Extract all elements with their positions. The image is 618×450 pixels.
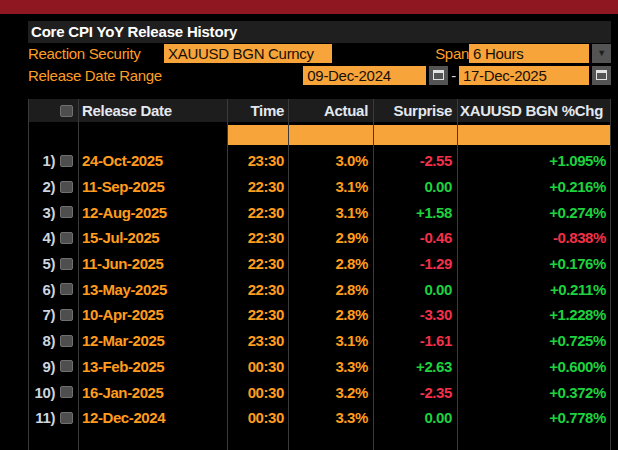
time-cell: 22:30 [228,199,289,225]
row-checkbox[interactable] [60,386,73,398]
row-select-cell: 5) [29,251,79,277]
reaction-change-cell: +0.725% [458,328,611,354]
reaction-change-cell: +0.211% [458,276,611,302]
release-date-cell[interactable]: 13-May-2025 [79,276,228,302]
row-checkbox[interactable] [60,181,73,193]
filter-cell-empty [79,122,228,148]
filter-time-input[interactable] [228,122,289,148]
filter-reaction-input[interactable] [458,122,611,148]
actual-cell: 3.3% [289,405,374,431]
table-row[interactable]: 11) 12-Dec-2024 00:30 3.3% 0.00 +0.778% [28,405,611,431]
time-cell: 00:30 [228,405,289,431]
select-all-cell [29,99,79,122]
release-date-cell[interactable]: 10-Apr-2025 [79,302,228,328]
header-reaction-change[interactable]: XAUUSD BGN %Chg [458,99,611,122]
surprise-cell: -3.30 [374,302,458,328]
row-select-cell: 1) [29,148,79,174]
release-date-cell[interactable]: 13-Feb-2025 [79,354,228,380]
row-checkbox[interactable] [60,360,73,372]
filter-surprise-input[interactable] [374,122,458,148]
row-number: 5) [29,255,55,272]
row-number: 9) [29,358,55,375]
release-date-cell[interactable]: 12-Mar-2025 [79,328,228,354]
page-title: Core CPI YoY Release History [28,21,611,43]
row-checkbox[interactable] [60,283,73,295]
date-from-input[interactable]: 09-Dec-2024 [303,66,426,85]
date-range-row: Release Date Range 09-Dec-2024 - 17-Dec-… [28,64,611,86]
date-to-input[interactable]: 17-Dec-2025 [459,66,589,85]
reaction-change-cell: -0.838% [458,225,611,251]
actual-cell: 3.3% [289,354,374,380]
filter-actual-input[interactable] [289,122,374,148]
date-to-calendar-button[interactable] [592,66,611,85]
row-select-cell: 3) [29,199,79,225]
reaction-security-label: Reaction Security [28,45,164,62]
table-row[interactable]: 2) 11-Sep-2025 22:30 3.1% 0.00 +0.216% [28,174,611,200]
panel: Core CPI YoY Release History Reaction Se… [28,21,611,450]
span-select[interactable]: 6 Hours [469,44,589,63]
release-date-cell[interactable]: 12-Aug-2025 [79,199,228,225]
row-checkbox[interactable] [60,412,73,424]
surprise-cell: -2.35 [374,379,458,405]
release-date-cell[interactable]: 24-Oct-2025 [79,148,228,174]
header-surprise[interactable]: Surprise [374,99,458,122]
time-cell: 23:30 [228,148,289,174]
row-checkbox[interactable] [60,232,73,244]
release-date-cell[interactable]: 12-Dec-2024 [79,405,228,431]
release-date-cell[interactable]: 15-Jul-2025 [79,225,228,251]
row-checkbox[interactable] [60,206,73,218]
table-row[interactable]: 8) 12-Mar-2025 23:30 3.1% -1.61 +0.725% [28,328,611,354]
release-date-cell[interactable]: 11-Jun-2025 [79,251,228,277]
reaction-change-cell: +1.095% [458,148,611,174]
time-cell: 00:30 [228,354,289,380]
terminal-top-bar [0,0,618,14]
table-header-row: Release Date Time Actual Surprise XAUUSD… [28,99,611,122]
table-row[interactable]: 5) 11-Jun-2025 22:30 2.8% -1.29 +0.176% [28,251,611,277]
release-date-cell[interactable]: 11-Sep-2025 [79,174,228,200]
row-select-cell: 10) [29,379,79,405]
reaction-change-cell: +0.216% [458,174,611,200]
row-select-cell: 11) [29,405,79,431]
actual-cell: 3.0% [289,148,374,174]
row-select-cell: 2) [29,174,79,200]
header-time[interactable]: Time [228,99,289,122]
row-checkbox[interactable] [60,335,73,347]
surprise-cell: +2.63 [374,354,458,380]
row-select-cell: 6) [29,276,79,302]
reaction-security-input[interactable]: XAUUSD BGN Curncy [164,44,332,63]
table-row[interactable]: 7) 10-Apr-2025 22:30 2.8% -3.30 +1.228% [28,302,611,328]
row-number: 11) [29,409,55,426]
date-from-calendar-button[interactable] [429,66,448,85]
table-row[interactable]: 9) 13-Feb-2025 00:30 3.3% +2.63 +0.600% [28,354,611,380]
actual-cell: 3.1% [289,328,374,354]
row-checkbox[interactable] [60,309,73,321]
time-cell: 22:30 [228,302,289,328]
surprise-cell: -1.61 [374,328,458,354]
actual-cell: 2.8% [289,302,374,328]
surprise-cell: -1.29 [374,251,458,277]
table-row[interactable]: 4) 15-Jul-2025 22:30 2.9% -0.46 -0.838% [28,225,611,251]
row-number: 4) [29,229,55,246]
select-all-checkbox[interactable] [60,105,73,117]
header-release-date[interactable]: Release Date [79,99,228,122]
row-checkbox[interactable] [60,155,73,167]
table-row[interactable]: 10) 16-Jan-2025 00:30 3.2% -2.35 +0.372% [28,379,611,405]
actual-cell: 3.1% [289,199,374,225]
surprise-cell: +1.58 [374,199,458,225]
header-actual[interactable]: Actual [289,99,374,122]
release-date-cell[interactable]: 16-Jan-2025 [79,379,228,405]
time-cell: 22:30 [228,174,289,200]
row-checkbox[interactable] [60,258,73,270]
span-dropdown-button[interactable]: ▼ [592,44,611,63]
time-cell: 00:30 [228,379,289,405]
row-number: 10) [29,384,55,401]
table-row[interactable]: 6) 13-May-2025 22:30 2.8% 0.00 +0.211% [28,276,611,302]
filter-cell-empty [29,122,79,148]
surprise-cell: 0.00 [374,174,458,200]
calendar-icon [596,70,607,80]
table-empty-area [28,431,611,450]
table-row[interactable]: 1) 24-Oct-2025 23:30 3.0% -2.55 +1.095% [28,148,611,174]
row-number: 1) [29,152,55,169]
row-select-cell: 4) [29,225,79,251]
table-row[interactable]: 3) 12-Aug-2025 22:30 3.1% +1.58 +0.274% [28,199,611,225]
